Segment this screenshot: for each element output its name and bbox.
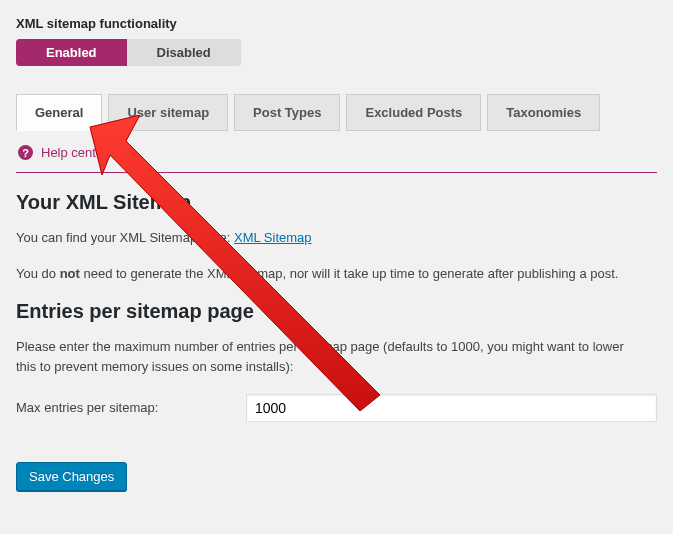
max-entries-label: Max entries per sitemap: (16, 400, 226, 415)
functionality-label: XML sitemap functionality (16, 16, 657, 31)
max-entries-row: Max entries per sitemap: (16, 394, 657, 422)
tab-user-sitemap[interactable]: User sitemap (108, 94, 228, 131)
help-center-label: Help center (41, 145, 107, 160)
sitemap-location-text: You can find your XML Sitemap here: XML … (16, 228, 636, 248)
sitemap-intro-prefix: You can find your XML Sitemap here: (16, 230, 234, 245)
max-entries-input[interactable] (246, 394, 657, 422)
question-icon: ? (18, 145, 33, 160)
tab-taxonomies[interactable]: Taxonomies (487, 94, 600, 131)
tab-general[interactable]: General (16, 94, 102, 131)
xml-sitemap-link[interactable]: XML Sitemap (234, 230, 312, 245)
section-your-sitemap-heading: Your XML Sitemap (16, 191, 657, 214)
save-changes-button[interactable]: Save Changes (16, 462, 127, 491)
switch-enabled[interactable]: Enabled (16, 39, 127, 66)
note-pre: You do (16, 266, 60, 281)
note-post: need to generate the XML sitemap, nor wi… (80, 266, 619, 281)
functionality-switch: Enabled Disabled (16, 39, 241, 66)
switch-disabled[interactable]: Disabled (127, 39, 241, 66)
section-entries-heading: Entries per sitemap page (16, 300, 657, 323)
tab-excluded-posts[interactable]: Excluded Posts (346, 94, 481, 131)
help-center[interactable]: ? Help center ▼ (16, 141, 657, 173)
note-strong: not (60, 266, 80, 281)
tab-post-types[interactable]: Post Types (234, 94, 340, 131)
tabs: General User sitemap Post Types Excluded… (16, 94, 657, 131)
entries-description: Please enter the maximum number of entri… (16, 337, 636, 377)
sitemap-note: You do not need to generate the XML site… (16, 264, 636, 284)
chevron-down-icon: ▼ (115, 147, 125, 158)
